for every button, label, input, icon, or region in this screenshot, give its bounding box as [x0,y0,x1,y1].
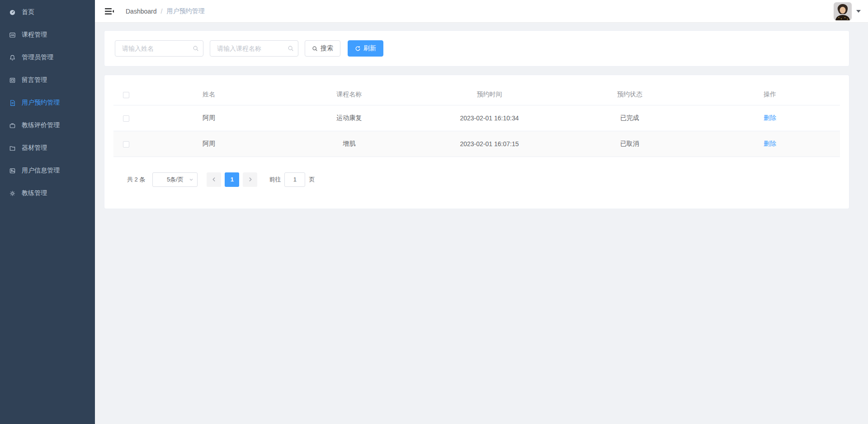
bell-icon [9,54,16,61]
hamburger-icon[interactable] [105,8,114,15]
breadcrumb-dashboard[interactable]: Dashboard [126,8,157,15]
app-root: 首页 课程管理 管理员管理 留言管理 用户预约管理 [0,0,868,424]
cell-status: 已完成 [560,105,700,131]
goto-label: 前往 [269,176,281,184]
name-input-wrap [115,40,203,57]
refresh-icon [355,46,361,52]
search-icon [193,45,199,52]
row-checkbox[interactable] [123,115,129,122]
page-size-select[interactable]: 5条/页 [152,172,198,187]
picture-outline-icon [9,167,16,174]
sidebar-item-home[interactable]: 首页 [0,1,95,24]
reservations-table: 姓名 课程名称 预约时间 预约状态 操作 阿周 运动康复 2023-02-01 [113,84,840,157]
briefcase-icon [9,122,16,129]
document-icon [9,100,16,106]
sidebar-item-label: 教练评价管理 [22,121,60,129]
search-icon [288,45,294,52]
cell-time: 2023-02-01 16:07:15 [419,131,559,157]
gear-icon [9,190,16,197]
message-icon [9,77,16,84]
search-button-label: 搜索 [321,44,333,52]
dashboard-icon [9,9,16,16]
sidebar-item-label: 首页 [22,8,34,16]
search-icon [312,46,318,52]
sidebar-item-equipment[interactable]: 器材管理 [0,137,95,159]
content-area: 搜索 刷新 姓名 课程名称 [95,23,868,424]
table-row: 阿周 增肌 2023-02-01 16:07:15 已取消 删除 [113,131,840,157]
course-search-input[interactable] [210,40,298,57]
column-header-name: 姓名 [139,84,279,105]
next-page-button[interactable] [243,172,257,187]
caret-down-icon[interactable] [856,10,861,13]
page-number-1[interactable]: 1 [225,172,239,187]
cell-time: 2023-02-01 16:10:34 [419,105,559,131]
sidebar-item-label: 留言管理 [22,76,47,84]
column-header-course: 课程名称 [279,84,419,105]
delete-link[interactable]: 删除 [764,140,776,147]
search-panel: 搜索 刷新 [104,30,849,67]
reservations-panel: 姓名 课程名称 预约时间 预约状态 操作 阿周 运动康复 2023-02-01 [104,75,849,209]
sidebar: 首页 课程管理 管理员管理 留言管理 用户预约管理 [0,0,95,424]
refresh-button[interactable]: 刷新 [348,40,383,57]
cell-name: 阿周 [139,131,279,157]
pagination: 共 2 条 5条/页 1 [127,172,840,187]
select-all-checkbox[interactable] [123,92,129,98]
user-menu[interactable] [834,2,861,20]
sidebar-item-messages[interactable]: 留言管理 [0,69,95,91]
row-checkbox[interactable] [123,141,129,148]
cell-name: 阿周 [139,105,279,131]
search-button[interactable]: 搜索 [305,40,340,57]
sidebar-item-user-info[interactable]: 用户信息管理 [0,159,95,182]
column-header-time: 预约时间 [419,84,559,105]
sidebar-item-label: 管理员管理 [22,53,53,62]
column-header-status: 预约状态 [560,84,700,105]
name-search-input[interactable] [115,40,203,57]
sidebar-item-courses[interactable]: 课程管理 [0,24,95,46]
sidebar-item-label: 用户预约管理 [22,99,60,107]
prev-page-button[interactable] [207,172,221,187]
sidebar-item-label: 课程管理 [22,31,47,39]
breadcrumb: Dashboard / 用户预约管理 [126,7,204,15]
sidebar-item-admins[interactable]: 管理员管理 [0,46,95,69]
page-size-value: 5条/页 [167,176,184,184]
sidebar-item-label: 用户信息管理 [22,167,60,175]
pager: 1 [207,172,257,187]
sidebar-item-reservations[interactable]: 用户预约管理 [0,91,95,114]
goto-page: 前往 页 [269,172,315,187]
sidebar-item-label: 教练管理 [22,189,47,197]
sidebar-item-coach-reviews[interactable]: 教练评价管理 [0,114,95,137]
chevron-down-icon [189,177,193,182]
table-row: 阿周 运动康复 2023-02-01 16:10:34 已完成 删除 [113,105,840,131]
course-input-wrap [210,40,298,57]
picture-icon [9,32,16,38]
cell-status: 已取消 [560,131,700,157]
cell-course: 运动康复 [279,105,419,131]
topbar: Dashboard / 用户预约管理 [95,0,868,23]
sidebar-item-label: 器材管理 [22,144,47,152]
table-header-row: 姓名 课程名称 预约时间 预约状态 操作 [113,84,840,105]
refresh-button-label: 刷新 [363,44,376,52]
user-avatar[interactable] [834,2,852,20]
delete-link[interactable]: 删除 [764,114,776,121]
sidebar-item-coaches[interactable]: 教练管理 [0,182,95,205]
column-header-action: 操作 [700,84,840,105]
main-area: Dashboard / 用户预约管理 [95,0,868,424]
page-unit-label: 页 [309,176,315,184]
breadcrumb-current: 用户预约管理 [166,7,204,15]
pagination-total: 共 2 条 [127,176,145,184]
goto-page-input[interactable] [284,172,305,187]
folder-icon [9,145,16,152]
breadcrumb-separator: / [161,8,163,15]
cell-course: 增肌 [279,131,419,157]
